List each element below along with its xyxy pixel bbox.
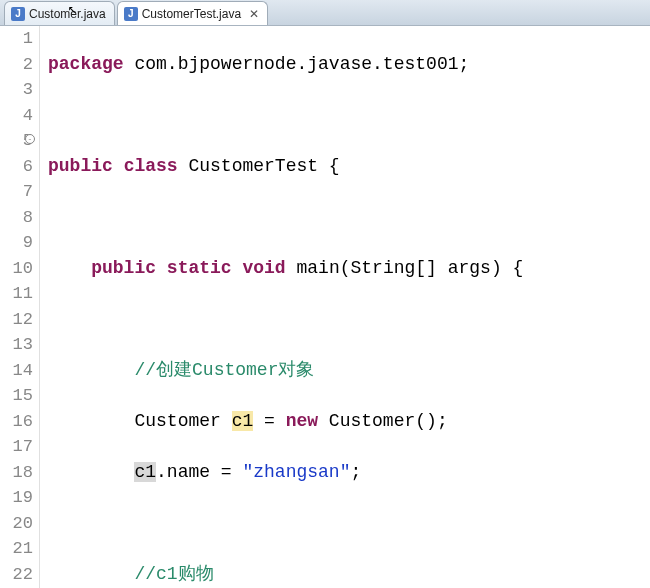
line-number: 12	[0, 307, 33, 333]
close-icon[interactable]: ✕	[245, 7, 259, 21]
line-number: 10	[0, 256, 33, 282]
line-number: 2	[0, 52, 33, 78]
tab-bar: J Customer.java J CustomerTest.java ✕	[0, 0, 650, 26]
line-number: 1	[0, 26, 33, 52]
code-line	[48, 511, 650, 537]
tab-label: Customer.java	[29, 7, 106, 21]
highlight-occurrence: c1	[134, 462, 156, 482]
line-number: 20	[0, 511, 33, 537]
line-number: 19	[0, 485, 33, 511]
line-number: 8	[0, 205, 33, 231]
line-number: 22	[0, 562, 33, 588]
code-line	[48, 205, 650, 231]
code-editor[interactable]: 1 2 3 4 5- 6 7 8 9 10 11 12 13 14 15 16 …	[0, 26, 650, 588]
line-number: 6	[0, 154, 33, 180]
line-number: 5-	[0, 128, 33, 154]
tab-label: CustomerTest.java	[142, 7, 241, 21]
tab-customer-java[interactable]: J Customer.java	[4, 1, 115, 25]
highlight-occurrence: c1	[232, 411, 254, 431]
code-line: //创建Customer对象	[48, 358, 650, 384]
line-number: 17	[0, 434, 33, 460]
code-area[interactable]: package com.bjpowernode.javase.test001; …	[40, 26, 650, 588]
code-line: public class CustomerTest {	[48, 154, 650, 180]
java-file-icon: J	[124, 7, 138, 21]
line-number: 9	[0, 230, 33, 256]
fold-marker-icon[interactable]: -	[25, 134, 35, 144]
code-line: public static void main(String[] args) {	[48, 256, 650, 282]
code-line: //c1购物	[48, 562, 650, 588]
line-number: 13	[0, 332, 33, 358]
code-line: Customer c1 = new Customer();	[48, 409, 650, 435]
code-line	[48, 307, 650, 333]
code-line	[48, 103, 650, 129]
code-line: c1.name = "zhangsan";	[48, 460, 650, 486]
line-number: 14	[0, 358, 33, 384]
line-number: 4	[0, 103, 33, 129]
line-number: 7	[0, 179, 33, 205]
tab-customertest-java[interactable]: J CustomerTest.java ✕	[117, 1, 268, 25]
code-line: package com.bjpowernode.javase.test001;	[48, 52, 650, 78]
line-number: 11	[0, 281, 33, 307]
line-number: 3	[0, 77, 33, 103]
java-file-icon: J	[11, 7, 25, 21]
line-number-gutter: 1 2 3 4 5- 6 7 8 9 10 11 12 13 14 15 16 …	[0, 26, 40, 588]
line-number: 21	[0, 536, 33, 562]
line-number: 18	[0, 460, 33, 486]
line-number: 16	[0, 409, 33, 435]
line-number: 15	[0, 383, 33, 409]
